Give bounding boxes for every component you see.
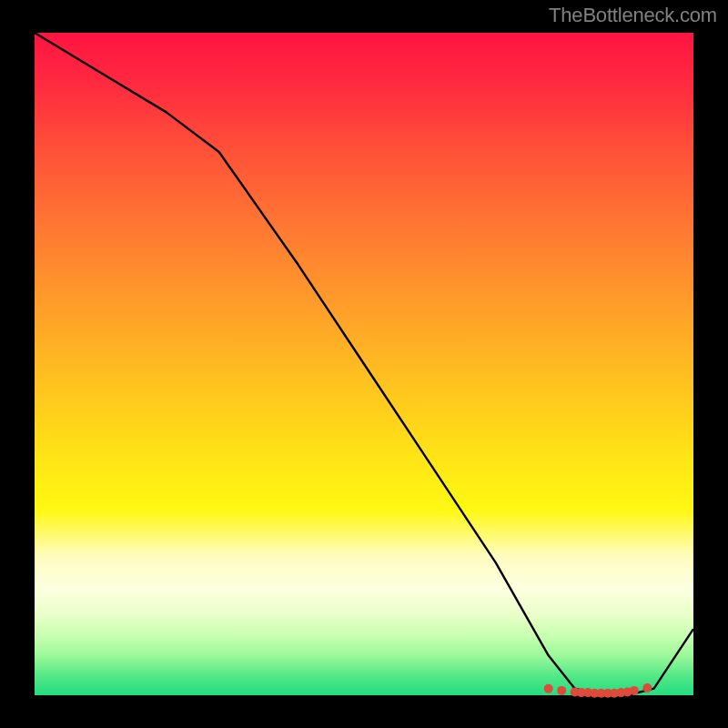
attribution-text: TheBottleneck.com	[549, 4, 717, 27]
data-marker	[557, 686, 566, 695]
chart-svg	[35, 33, 693, 695]
chart-frame: TheBottleneck.com	[0, 0, 728, 728]
plot-area	[35, 33, 693, 695]
data-marker	[544, 684, 553, 693]
marker-cluster	[544, 683, 652, 698]
data-marker	[642, 683, 652, 693]
bottleneck-curve	[35, 33, 693, 695]
data-marker	[630, 686, 639, 695]
